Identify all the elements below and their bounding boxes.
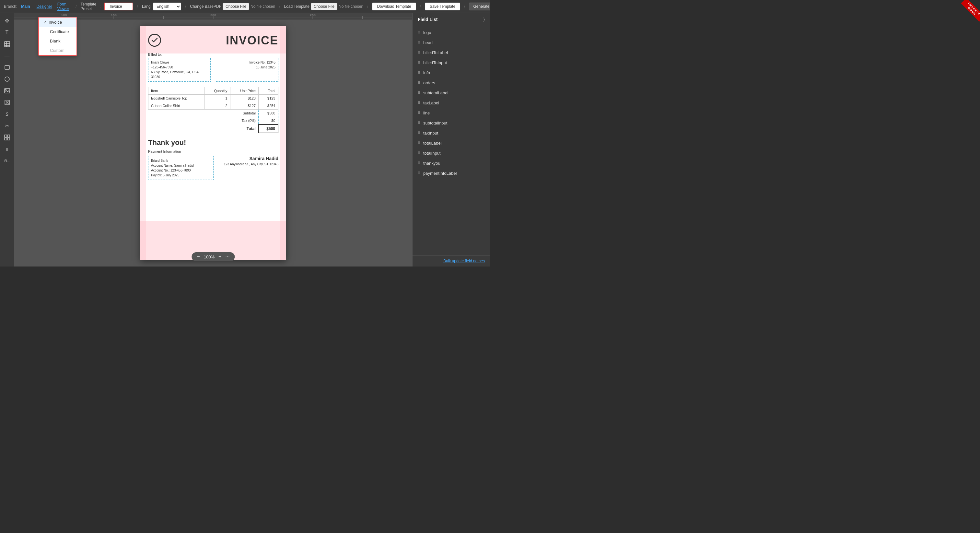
drag-handle-icon: ⠿ bbox=[418, 101, 420, 105]
drag-handle-icon: ⠿ bbox=[418, 121, 420, 125]
field-name-tax-label: taxLabel bbox=[423, 101, 439, 105]
canvas-scroll[interactable]: INVOICE Billed to: Imani Olowe +123-456-… bbox=[14, 19, 412, 266]
table-row: Eggshell Camisole Top 1 $123 $123 bbox=[148, 95, 278, 102]
dropdown-item-certificate[interactable]: Certificate bbox=[39, 27, 76, 36]
field-item-tax-input[interactable]: ⠿ taxInput bbox=[412, 128, 490, 138]
move-tool-button[interactable]: ✥ bbox=[2, 16, 12, 26]
circle-tool-button[interactable] bbox=[2, 74, 12, 84]
cross-tool-button[interactable] bbox=[2, 97, 12, 108]
zoom-minus-button[interactable]: − bbox=[197, 254, 200, 259]
field-item-orders[interactable]: ⠿ orders bbox=[412, 78, 490, 88]
invoice-table: Item Quantity Unit Price Total Eggshell … bbox=[148, 87, 278, 133]
field-item-tax-label[interactable]: ⠿ taxLabel bbox=[412, 98, 490, 108]
lang-select[interactable]: English Japanese French bbox=[153, 3, 181, 10]
field-name-orders: orders bbox=[423, 80, 435, 85]
dropdown-item-blank[interactable]: Blank bbox=[39, 36, 76, 46]
field-item-payment-info-label[interactable]: ⠿ paymentInfoLabel bbox=[412, 168, 490, 178]
zoom-more-button[interactable]: ··· bbox=[225, 254, 229, 259]
dropdown-item-invoice[interactable]: ✓ Invoice bbox=[39, 18, 76, 27]
scissors-tool-button[interactable]: ✂ bbox=[2, 121, 12, 131]
field-item-total-label[interactable]: ⠿ totalLabel bbox=[412, 138, 490, 148]
invoice-title: INVOICE bbox=[226, 34, 278, 47]
change-basepdf-label: Change BasePDF bbox=[190, 4, 221, 9]
billed-address: 63 Ivy Road, Hawkville, GA, USA 31036 bbox=[151, 70, 199, 79]
billed-name: Imani Olowe bbox=[151, 61, 169, 64]
field-item-thankyou[interactable]: ⠿ thankyou bbox=[412, 158, 490, 168]
total-label: Total bbox=[230, 124, 259, 133]
check-badge-icon bbox=[148, 34, 161, 47]
zoom-bar: − 100% + ··· bbox=[191, 252, 235, 261]
document: INVOICE Billed to: Imani Olowe +123-456-… bbox=[140, 26, 286, 260]
image-tool-button[interactable] bbox=[2, 86, 12, 96]
svg-rect-12 bbox=[8, 135, 10, 137]
document-content: INVOICE Billed to: Imani Olowe +123-456-… bbox=[140, 26, 286, 188]
field-item-billed-to-input[interactable]: ⠿ billedToInput bbox=[412, 58, 490, 68]
table-tool-button[interactable] bbox=[2, 39, 12, 49]
text-tool-button[interactable]: T bbox=[2, 27, 12, 38]
field-name-billed-to-input: billedToInput bbox=[423, 60, 447, 65]
lang-section: Lang: English Japanese French bbox=[142, 3, 181, 10]
field-name-payment-info-label: paymentInfoLabel bbox=[423, 171, 457, 176]
field-name-subtotal-input: subtotalInput bbox=[423, 121, 447, 126]
field-list-header: Field List ⟩ bbox=[412, 13, 490, 26]
choose-file-1-button[interactable]: Choose File bbox=[223, 3, 249, 10]
row-2-item: Cuban Collar Shirt bbox=[148, 102, 205, 110]
dropdown-item-custom: Custom bbox=[39, 46, 76, 55]
field-name-total-input: totalInput bbox=[423, 151, 441, 156]
dropdown-item-label: Custom bbox=[50, 48, 65, 53]
designer-link[interactable]: Designer bbox=[37, 4, 52, 9]
signature-tool-button[interactable]: Si... bbox=[2, 156, 12, 166]
total-row: Total $500 bbox=[148, 124, 278, 133]
save-template-button[interactable]: Save Template bbox=[425, 3, 460, 10]
bulk-update-field-names-button[interactable]: Bulk update field names bbox=[412, 255, 490, 266]
field-item-line[interactable]: ⠿ line bbox=[412, 108, 490, 118]
billed-phone: +123-456-7890 bbox=[151, 65, 173, 69]
top-bar: Branch: Main Designer Form, Viewer / Tem… bbox=[0, 0, 490, 13]
zoom-plus-button[interactable]: + bbox=[218, 254, 221, 259]
grid-tool-button[interactable] bbox=[2, 132, 12, 143]
download-template-button[interactable]: Download Template bbox=[372, 3, 416, 10]
field-list-title: Field List bbox=[418, 17, 438, 22]
curve-tool-button[interactable]: S bbox=[2, 109, 12, 119]
field-item-subtotal-input[interactable]: ⠿ subtotalInput bbox=[412, 118, 490, 128]
left-toolbar: ✥ T — S ✂ ||| Si... bbox=[0, 13, 14, 266]
svg-rect-11 bbox=[5, 135, 7, 137]
payee-name: Samira Hadid bbox=[250, 156, 278, 161]
field-item-billed-to-label[interactable]: ⠿ billedToLabel bbox=[412, 48, 490, 58]
row-2-total: $254 bbox=[259, 102, 278, 110]
choose-file-2-button[interactable]: Choose File bbox=[311, 3, 337, 10]
svg-text:200: 200 bbox=[210, 14, 216, 16]
drag-handle-icon: ⠿ bbox=[418, 161, 420, 165]
field-item-info[interactable]: ⠿ info bbox=[412, 68, 490, 78]
payment-section: Briard Bank Account Name: Samira Hadid A… bbox=[148, 156, 278, 180]
rect-tool-button[interactable] bbox=[2, 62, 12, 73]
svg-rect-4 bbox=[5, 65, 10, 69]
load-template-section: Load Template Choose File No file chosen bbox=[284, 3, 363, 10]
preset-dropdown-button[interactable]: Invoice bbox=[104, 3, 133, 10]
drag-handle-icon: ⠿ bbox=[418, 91, 420, 95]
field-item-head[interactable]: ⠿ head bbox=[412, 38, 490, 48]
line-tool-button[interactable]: — bbox=[2, 51, 12, 61]
load-template-label: Load Template bbox=[284, 4, 310, 9]
expand-panel-button[interactable]: ⟩ bbox=[483, 17, 485, 22]
payment-bank: Briard Bank bbox=[151, 159, 168, 163]
payment-account-name: Account Name: Samira Hadid bbox=[151, 164, 194, 167]
change-basepdf-section: Change BasePDF Choose File No file chose… bbox=[190, 3, 275, 10]
lang-label: Lang: bbox=[142, 4, 152, 9]
branch-name: Main bbox=[21, 4, 30, 9]
field-item-total-input[interactable]: ⠿ totalInput bbox=[412, 148, 490, 158]
generate-pdf-button[interactable]: Generate PDF bbox=[469, 3, 490, 10]
drag-handle-icon: ⠿ bbox=[418, 30, 420, 35]
payment-box[interactable]: Briard Bank Account Name: Samira Hadid A… bbox=[148, 156, 213, 180]
invoice-info-box[interactable]: Invoice No. 12345 16 June 2025 bbox=[216, 58, 278, 82]
drag-handle-icon: ⠿ bbox=[418, 111, 420, 115]
drag-handle-icon: ⠿ bbox=[418, 151, 420, 155]
barcode-tool-button[interactable]: ||| bbox=[2, 144, 12, 154]
tax-label: Tax (0%) bbox=[230, 117, 259, 125]
col-unit-price: Unit Price bbox=[230, 87, 259, 95]
field-item-logo[interactable]: ⠿ logo bbox=[412, 27, 490, 38]
row-2-qty: 2 bbox=[205, 102, 230, 110]
form-viewer-link[interactable]: Form, Viewer bbox=[57, 2, 69, 11]
billed-to-box[interactable]: Imani Olowe +123-456-7890 63 Ivy Road, H… bbox=[148, 58, 211, 82]
field-item-subtotal-label[interactable]: ⠿ subtotalLabel bbox=[412, 88, 490, 98]
